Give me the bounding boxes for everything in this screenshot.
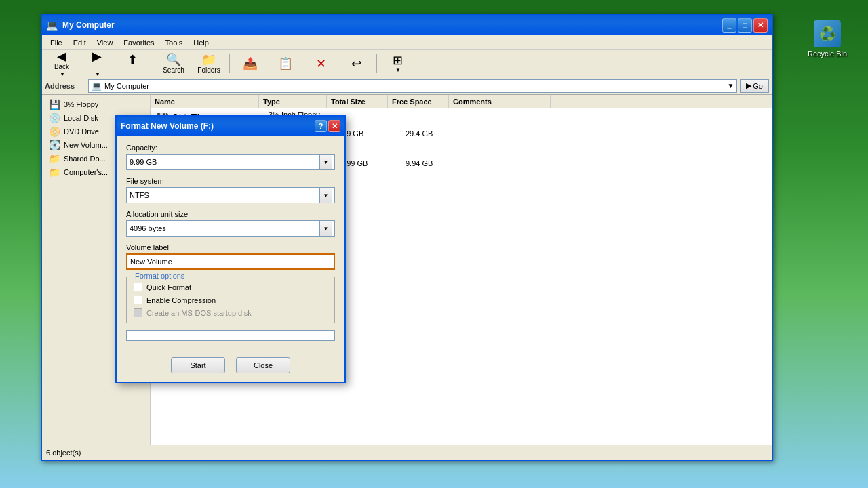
filesystem-value: NTFS (130, 191, 319, 199)
dialog-footer: Start Close (117, 357, 344, 382)
progress-bar (126, 330, 335, 341)
volume-label-input[interactable] (126, 253, 335, 270)
dialog-close-button[interactable]: ✕ (328, 120, 340, 132)
enable-compression-row: Enable Compression (134, 296, 328, 304)
capacity-combo[interactable]: 9.99 GB ▼ (126, 154, 335, 170)
quick-format-row: Quick Format (134, 283, 328, 291)
allocation-dropdown-arrow[interactable]: ▼ (319, 221, 332, 236)
filesystem-label: File system (126, 177, 335, 185)
dialog-title-buttons: ? ✕ (315, 120, 340, 132)
enable-compression-checkbox[interactable] (134, 296, 142, 304)
quick-format-checkbox[interactable] (134, 283, 142, 291)
msdos-checkbox (134, 308, 142, 317)
msdos-label: Create an MS-DOS startup disk (146, 309, 252, 317)
filesystem-dropdown-arrow[interactable]: ▼ (319, 188, 332, 203)
format-options-legend: Format options (132, 272, 187, 280)
dialog-body: Capacity: 9.99 GB ▼ File system NTFS ▼ A… (117, 136, 344, 357)
allocation-label: Allocation unit size (126, 210, 335, 218)
capacity-dropdown-arrow[interactable]: ▼ (319, 155, 332, 169)
dialog-overlay: Format New Volume (F:) ? ✕ Capacity: 9.9… (0, 0, 868, 488)
dialog-help-button[interactable]: ? (315, 120, 327, 132)
dialog-title-text: Format New Volume (F:) (121, 121, 312, 131)
allocation-value: 4096 bytes (130, 224, 319, 232)
allocation-combo[interactable]: 4096 bytes ▼ (126, 220, 335, 237)
desktop: ♻️ Recycle Bin 💻 My Computer _ □ ✕ File … (0, 0, 868, 488)
msdos-row: Create an MS-DOS startup disk (134, 308, 328, 317)
format-options-group: Format options Quick Format Enable Compr… (126, 277, 335, 323)
format-dialog: Format New Volume (F:) ? ✕ Capacity: 9.9… (115, 115, 346, 383)
filesystem-combo[interactable]: NTFS ▼ (126, 187, 335, 203)
volume-label-label: Volume label (126, 243, 335, 251)
dialog-title-bar: Format New Volume (F:) ? ✕ (117, 117, 344, 136)
capacity-value: 9.99 GB (130, 158, 319, 166)
enable-compression-label: Enable Compression (146, 296, 216, 304)
close-dialog-button[interactable]: Close (236, 357, 290, 373)
start-button[interactable]: Start (171, 357, 225, 373)
capacity-label: Capacity: (126, 144, 335, 152)
quick-format-label: Quick Format (146, 283, 191, 291)
